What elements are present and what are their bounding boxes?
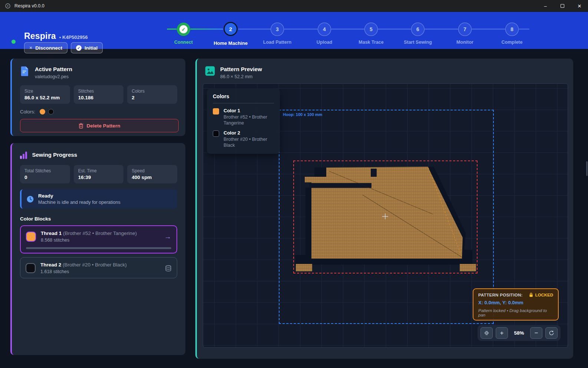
- legend-swatch-orange: [213, 108, 219, 115]
- reset-rotate-icon: [549, 330, 554, 336]
- window-titlebar: Respira v0.0.0 – ✕: [0, 0, 588, 12]
- maximize-icon: [561, 4, 564, 8]
- pattern-preview-card: Pattern Preview 86.0 × 52.2 mm: [195, 59, 573, 359]
- step-load-pattern: 3 Load Pattern: [255, 22, 300, 36]
- fit-to-screen-icon: [484, 330, 489, 336]
- image-icon: [205, 66, 215, 76]
- step-home-machine-circle[interactable]: 2: [224, 22, 238, 36]
- trash-icon: [79, 123, 83, 129]
- colors-legend-title: Colors: [213, 93, 274, 99]
- stat-size: Size 86.0 x 52.2 mm: [20, 85, 70, 104]
- status-title: Ready: [38, 193, 120, 199]
- step-mask-trace-circle[interactable]: 5: [364, 23, 378, 36]
- step-connect: ✓ Connect: [161, 22, 206, 36]
- app-logo-icon: [5, 3, 11, 9]
- active-pattern-card: Active Pattern valetudogv2.pes Size 86.0…: [10, 59, 185, 136]
- delete-pattern-button[interactable]: Delete Pattern: [20, 119, 179, 132]
- arrow-right-icon: →: [164, 233, 171, 241]
- pattern-bounds: [293, 160, 478, 273]
- machine-status-banner: Ready Machine is idle and ready for oper…: [20, 189, 177, 209]
- initial-button[interactable]: ✓ Initial: [71, 42, 103, 53]
- zoom-in-button[interactable]: +: [496, 327, 508, 339]
- stat-speed: Speed 400 spm: [127, 165, 177, 183]
- step-label: Start Sewing: [396, 40, 440, 45]
- active-pattern-title: Active Pattern: [35, 66, 72, 72]
- step-monitor: 7 Monitor: [443, 22, 487, 36]
- thread-2-swatch: [26, 263, 36, 273]
- zoom-out-button[interactable]: −: [530, 327, 542, 339]
- layers-stack-icon: [165, 265, 172, 272]
- step-mask-trace: 5 Mask Trace: [349, 22, 393, 36]
- step-connect-circle[interactable]: ✓: [177, 23, 190, 36]
- sewing-progress-card: Sewing Progress Total Stitches 0 Est. Ti…: [10, 143, 185, 355]
- machine-serial: • K4P502956: [59, 34, 88, 40]
- thread-2-block[interactable]: Thread 2 (Brother #20 • Brother Black) 1…: [20, 257, 177, 278]
- reset-view-button[interactable]: [545, 327, 558, 339]
- colors-legend-panel: Colors Color 1 Brother #52 • Brother Tan…: [207, 88, 280, 154]
- sewing-progress-title: Sewing Progress: [32, 152, 77, 158]
- pattern-preview-title: Pattern Preview: [220, 66, 262, 72]
- stat-colors: Colors 2: [127, 85, 177, 104]
- step-monitor-circle[interactable]: 7: [458, 23, 472, 36]
- pan-hint: Pattern locked • Drag background to pan: [478, 308, 553, 317]
- zoom-level: 58%: [511, 330, 527, 336]
- step-complete: 8 Complete: [490, 22, 534, 36]
- step-home-machine: 2 Home Machine: [208, 22, 253, 36]
- step-label: Mask Trace: [349, 40, 393, 45]
- step-start-sewing: 6 Start Sewing: [396, 22, 440, 36]
- legend-color-2: Color 2 Brother #20 • Brother Black: [213, 130, 274, 148]
- pattern-position-label: PATTERN POSITION:: [478, 293, 523, 297]
- locked-badge: LOCKED: [529, 292, 553, 297]
- close-button[interactable]: ✕: [571, 0, 588, 12]
- connection-status-dot: [11, 40, 16, 44]
- step-complete-circle[interactable]: 8: [505, 23, 519, 36]
- app-name: Respira: [24, 31, 56, 41]
- pattern-position-overlay: PATTERN POSITION: LOCKED X: 0.0mm, Y: 0.…: [473, 288, 559, 321]
- color-swatch-orange: [40, 109, 45, 115]
- window-title: Respira v0.0.0: [14, 3, 44, 9]
- fit-to-screen-button[interactable]: [480, 327, 493, 339]
- close-x-icon: ×: [29, 45, 32, 51]
- step-load-pattern-circle[interactable]: 3: [271, 23, 284, 36]
- step-label: Home Machine: [208, 40, 253, 46]
- disconnect-button[interactable]: × Disconnect: [24, 42, 67, 53]
- scrollbar-thumb[interactable]: [586, 161, 588, 176]
- stat-total-stitches: Total Stitches 0: [20, 165, 70, 183]
- step-label: Load Pattern: [255, 40, 300, 45]
- lock-icon: [529, 292, 533, 297]
- bar-chart-icon: [20, 152, 27, 159]
- step-label: Connect: [161, 40, 206, 45]
- thread-1-progress-bar: [26, 247, 171, 249]
- step-upload-circle[interactable]: 4: [318, 23, 331, 36]
- stat-stitches: Stitches 10.186: [74, 85, 124, 104]
- color-swatch-black: [48, 109, 54, 115]
- legend-swatch-black: [213, 130, 219, 137]
- maximize-button[interactable]: [554, 0, 571, 12]
- hoop-label: Hoop: 100 x 100 mm: [283, 112, 322, 117]
- step-label: Upload: [302, 40, 347, 45]
- app-header: Respira • K4P502956 × Disconnect ✓ Initi…: [0, 12, 588, 49]
- legend-color-1: Color 1 Brother #52 • Brother Tangerine: [213, 108, 274, 126]
- zoom-controls: + 58% −: [478, 325, 561, 341]
- colors-label: Colors:: [20, 109, 35, 115]
- thread-1-block[interactable]: Thread 1 (Brother #52 • Brother Tangerin…: [20, 225, 177, 253]
- pattern-filename: valetudogv2.pes: [35, 74, 72, 79]
- document-icon: [20, 66, 30, 76]
- clock-icon: [27, 196, 34, 203]
- stat-est-time: Est. Time 16:39: [74, 165, 124, 183]
- pattern-dimensions: 86.0 × 52.2 mm: [220, 74, 262, 79]
- step-label: Complete: [490, 40, 534, 45]
- pattern-coordinates: X: 0.0mm, Y: 0.0mm: [478, 300, 553, 305]
- step-label: Monitor: [443, 40, 487, 45]
- step-upload: 4 Upload: [302, 22, 347, 36]
- minimize-button[interactable]: –: [537, 0, 554, 12]
- step-start-sewing-circle[interactable]: 6: [411, 23, 425, 36]
- color-blocks-heading: Color Blocks: [12, 216, 185, 222]
- check-circle-icon: ✓: [76, 45, 82, 51]
- preview-canvas[interactable]: Hoop: 100 x 100 mm Colors Color 1 Brothe…: [203, 83, 568, 348]
- status-detail: Machine is idle and ready for operations: [38, 200, 120, 205]
- thread-1-swatch: [26, 232, 36, 242]
